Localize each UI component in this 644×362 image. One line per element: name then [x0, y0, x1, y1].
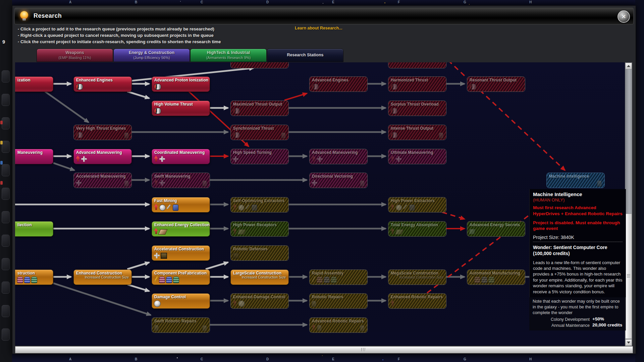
node-label: Directional Vectoring — [310, 173, 367, 179]
maneuver-thruster-icon — [317, 156, 323, 162]
vertical-scrollbar[interactable] — [625, 62, 632, 346]
research-node-ization[interactable]: ization — [15, 76, 53, 92]
research-node-coordinated-maneuvering[interactable]: Coordinated Maneuvering — [152, 149, 210, 164]
project-tooltip: Machine Intelligence (HUMAN ONLY) Must f… — [529, 189, 626, 330]
node-icons — [154, 204, 179, 211]
research-node-machine-intelligence[interactable]: Machine Intelligence — [546, 173, 605, 188]
research-node-harmonized-thrust[interactable]: Harmonized Thrust — [388, 76, 446, 92]
star-dot — [180, 1, 181, 2]
node-label: Intense Thrust Output — [388, 125, 446, 131]
research-node-struction[interactable]: struction — [15, 269, 53, 285]
research-node-resonant-thrust-output[interactable]: Resonant Thrust Output — [467, 76, 525, 92]
research-node-fast-mining[interactable]: Fast Mining — [152, 197, 210, 213]
node-icons — [154, 107, 162, 114]
research-node-surplus-thrust-overload[interactable]: Surplus Thrust Overload — [388, 101, 446, 116]
tab-hightech-industrial[interactable]: HighTech & Industrial (Armaments Researc… — [190, 49, 267, 62]
upgrade-arrow-icon — [154, 156, 158, 162]
research-node-self-optimizing-extractors[interactable]: Self-Optimizing Extractors — [230, 197, 289, 213]
research-node-high-power-receptors[interactable]: High Power Receptors — [230, 221, 289, 237]
map-grid-letter: D — [266, 0, 269, 4]
research-node-advanced-proton-ionization[interactable]: Advanced Proton Ionization — [152, 76, 210, 92]
research-node-very-high-thrust-engines[interactable]: Very High Thrust Engines — [73, 125, 132, 140]
research-node-advanced-robotic-repairs[interactable]: Advanced Robotic Repairs — [309, 317, 368, 333]
scroll-down-icon[interactable] — [625, 339, 632, 346]
research-node-high-speed-turning[interactable]: High Speed Turning — [230, 149, 289, 164]
research-node-total-energy-absorption[interactable]: Total Energy Absorption — [388, 221, 446, 237]
defense-crate-icon — [233, 253, 239, 259]
star-dot — [382, 359, 383, 360]
node-label: Advanced Energy Secrets — [467, 222, 525, 227]
research-node-swift-robotic-repairs[interactable]: Swift Robotic Repairs — [152, 317, 210, 333]
node-icons — [312, 300, 317, 307]
research-node-advanced-maneuvering[interactable]: Advanced Maneuvering — [309, 149, 368, 164]
research-node-robotic-defenses[interactable]: Robotic Defenses — [230, 245, 289, 261]
research-node-tp2[interactable] — [388, 62, 446, 68]
research-node-largescale-construction[interactable]: LargeScale ConstructionIncreased Constru… — [230, 269, 289, 285]
tab-weapons[interactable]: Weapons (EMP Blasting 11%) — [37, 49, 113, 62]
sidebar-mark — [0, 181, 3, 185]
node-icons — [312, 179, 318, 186]
research-node-component-prefabrication[interactable]: Component PreFabrication — [152, 269, 210, 285]
energy-collector-icon — [237, 229, 246, 235]
research-node-intense-thrust-output[interactable]: Intense Thrust Output — [388, 125, 446, 140]
node-label: ization — [15, 77, 53, 82]
research-node-high-power-extractors[interactable]: High Power Extractors — [388, 197, 446, 213]
dialog-titlebar: Research × — [14, 8, 634, 24]
tab-research-stations[interactable]: Research Stations — [267, 49, 343, 62]
research-node-ultimate-maneuvering[interactable]: Ultimate Maneuvering — [388, 149, 446, 164]
tooltip-footer-section: Note that each wonder may only be built … — [529, 297, 626, 330]
node-icons — [76, 179, 83, 186]
node-label: Advanced Maneuvering — [74, 149, 131, 155]
research-node-maximized-thrust-output[interactable]: Maximized Thrust Output — [230, 101, 289, 116]
tab-label: Energy & Construction — [114, 50, 190, 55]
node-icons — [154, 300, 162, 307]
research-node-enhanced-robotic-repairs[interactable]: Enhanced Robotic Repairs — [388, 293, 446, 309]
research-node-accelerated-maneuvering[interactable]: Accelerated Maneuvering — [73, 173, 132, 188]
tooltip-requirement: Must first research Advanced HyperDrives… — [533, 205, 623, 217]
node-label: Enhanced Engines — [74, 77, 131, 82]
research-node-automated-manufacturing[interactable]: Automated Manufacturing — [467, 269, 525, 285]
research-node-enhanced-damage-control[interactable]: Enhanced Damage Control — [230, 293, 289, 309]
maneuver-thruster-icon — [312, 180, 317, 186]
research-node-accelerated-construction[interactable]: Accelerated Construction — [152, 245, 210, 261]
research-node-enhanced-construction[interactable]: Enhanced ConstructionIncreased Construct… — [73, 269, 132, 285]
map-grid-letter: F — [398, 0, 400, 4]
research-node-rapid-assembly[interactable]: Rapid Assembly — [309, 269, 368, 285]
vertical-scroll-thumb[interactable] — [625, 214, 632, 339]
node-icons — [154, 156, 166, 162]
research-node-enhanced-engines[interactable]: Enhanced Engines — [73, 76, 132, 92]
maneuver-thruster-icon — [396, 156, 401, 162]
tab-energy-construction[interactable]: Energy & Construction (Jump Efficiency 5… — [113, 49, 190, 62]
engine-icon — [312, 84, 319, 90]
gas-extractor-icon — [252, 204, 257, 211]
node-label: Swift Maneuvering — [152, 173, 210, 179]
research-node-robotic-repairs[interactable]: Robotic Repairs — [309, 293, 368, 309]
research-node-high-volume-thrust[interactable]: High Volume Thrust — [152, 101, 210, 116]
research-node-llection[interactable]: llection — [15, 221, 53, 237]
research-node-enhanced-energy-collection[interactable]: Enhanced Energy Collection — [152, 221, 210, 237]
stat-value: +50% — [592, 316, 623, 322]
game-sidebar-strip — [0, 0, 12, 362]
research-node-swift-maneuvering[interactable]: Swift Maneuvering — [152, 173, 210, 188]
maneuver-thruster-icon — [233, 156, 238, 162]
maneuver-thruster-icon — [76, 180, 82, 186]
node-label: Very High Thrust Engines — [74, 125, 131, 131]
research-node-advanced-engines[interactable]: Advanced Engines — [309, 76, 368, 92]
research-node-advanced-energy-secrets[interactable]: Advanced Energy Secrets — [467, 221, 525, 237]
learn-about-research-link[interactable]: Learn about Research... — [295, 26, 342, 31]
research-node-synchronized-thrust[interactable]: Synchronized Thrust — [230, 125, 289, 140]
tooltip-main-section: Machine Intelligence (HUMAN ONLY) Must f… — [529, 189, 626, 297]
scroll-up-icon[interactable] — [625, 63, 632, 69]
engine-icon — [76, 132, 83, 138]
research-node-megascale-construction[interactable]: MegaScale ConstructionIncreased Construc… — [388, 269, 446, 285]
research-node-maneuvering[interactable]: Maneuvering — [15, 149, 53, 164]
research-node-tp1[interactable] — [230, 62, 289, 68]
close-icon[interactable]: × — [618, 10, 630, 23]
node-icons — [597, 180, 603, 187]
barrel-green-icon — [488, 277, 494, 283]
horizontal-scrollbar[interactable] — [15, 346, 633, 353]
research-node-damage-control[interactable]: Damage Control — [152, 293, 210, 309]
node-icons — [154, 276, 180, 283]
research-node-advanced-maneuvering[interactable]: Advanced Maneuvering — [73, 149, 132, 164]
research-node-directional-vectoring[interactable]: Directional Vectoring — [309, 173, 368, 188]
